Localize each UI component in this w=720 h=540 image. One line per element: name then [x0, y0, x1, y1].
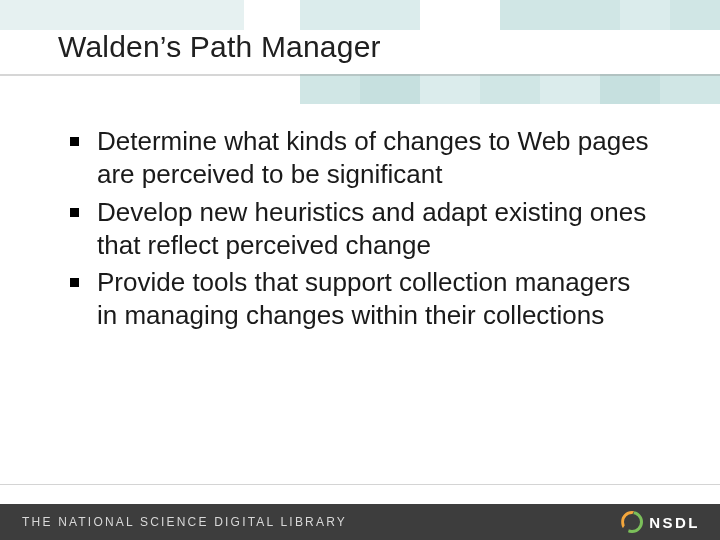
nsdl-logo: NSDL — [621, 511, 700, 533]
title-underline — [0, 74, 720, 76]
footer-org-text: THE NATIONAL SCIENCE DIGITAL LIBRARY — [22, 515, 347, 529]
bullet-item: Develop new heuristics and adapt existin… — [70, 196, 650, 263]
slide-title: Walden’s Path Manager — [58, 30, 381, 64]
nsdl-logo-text: NSDL — [649, 514, 700, 531]
bullet-item: Determine what kinds of changes to Web p… — [70, 125, 650, 192]
bullet-text: Develop new heuristics and adapt existin… — [97, 196, 650, 263]
bullet-item: Provide tools that support collection ma… — [70, 266, 650, 333]
bullet-text: Provide tools that support collection ma… — [97, 266, 650, 333]
slide-body: Determine what kinds of changes to Web p… — [70, 125, 650, 337]
nsdl-logo-icon — [621, 511, 643, 533]
bullet-marker-icon — [70, 137, 79, 146]
bullet-marker-icon — [70, 208, 79, 217]
bullet-text: Determine what kinds of changes to Web p… — [97, 125, 650, 192]
footer-bar: THE NATIONAL SCIENCE DIGITAL LIBRARY NSD… — [0, 504, 720, 540]
divider — [0, 484, 720, 485]
bullet-marker-icon — [70, 278, 79, 287]
